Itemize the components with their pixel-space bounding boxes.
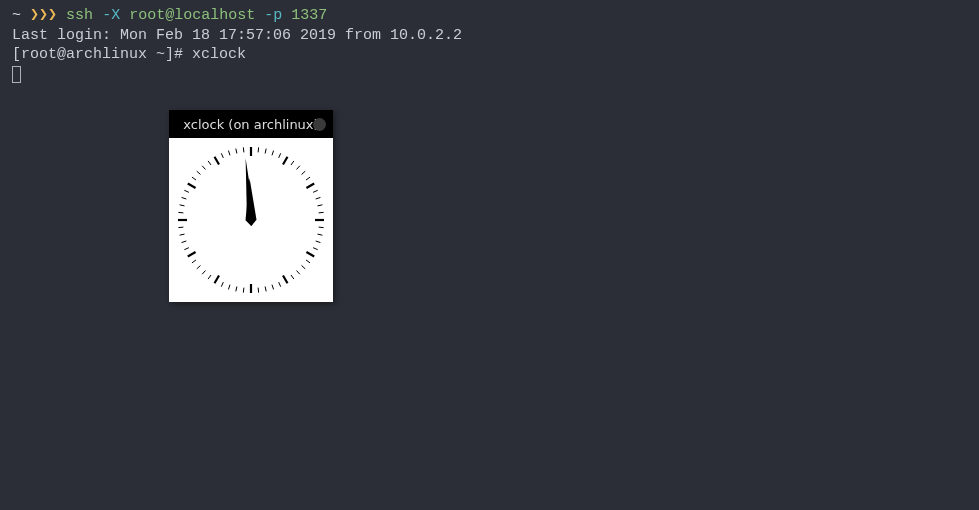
svg-line-4 (279, 153, 281, 158)
svg-line-20 (306, 252, 314, 257)
terminal-cursor-line (12, 65, 967, 85)
svg-line-39 (192, 260, 196, 263)
xclock-command: xclock (192, 46, 246, 63)
svg-line-57 (228, 151, 230, 156)
svg-line-5 (283, 157, 288, 165)
svg-line-23 (297, 271, 300, 275)
terminal-line-3: [root@archlinux ~]# xclock (12, 45, 967, 65)
svg-line-18 (316, 241, 321, 243)
svg-line-21 (306, 260, 310, 263)
svg-line-6 (291, 161, 294, 165)
svg-line-58 (236, 149, 237, 154)
svg-line-44 (178, 227, 183, 228)
ssh-flag-x: -X (102, 7, 120, 24)
clock-svg (169, 138, 333, 302)
svg-line-12 (316, 197, 321, 199)
svg-line-19 (313, 248, 318, 250)
svg-line-53 (202, 166, 205, 170)
svg-line-47 (180, 205, 185, 206)
svg-line-28 (265, 287, 266, 292)
svg-line-38 (197, 266, 201, 269)
svg-line-1 (258, 147, 259, 152)
svg-line-33 (228, 285, 230, 290)
svg-line-43 (180, 234, 185, 235)
svg-line-37 (202, 271, 205, 275)
svg-line-9 (306, 177, 310, 180)
svg-line-59 (243, 147, 244, 152)
svg-line-10 (306, 184, 314, 189)
terminal-output[interactable]: ~ ❯❯❯ ssh -X root@localhost -p 1337 Last… (0, 0, 979, 90)
ssh-command: ssh (66, 7, 102, 24)
svg-line-56 (221, 153, 223, 158)
terminal-line-2: Last login: Mon Feb 18 17:57:06 2019 fro… (12, 26, 967, 46)
svg-line-29 (258, 288, 259, 293)
terminal-cursor (12, 66, 21, 83)
svg-line-35 (215, 275, 220, 283)
svg-line-11 (313, 190, 318, 192)
svg-line-32 (236, 287, 237, 292)
prompt-arrows: ❯❯❯ (30, 7, 66, 24)
svg-line-40 (188, 252, 196, 257)
svg-line-16 (319, 227, 324, 228)
clock-hands (246, 158, 257, 226)
svg-line-48 (182, 197, 187, 199)
svg-line-8 (302, 171, 306, 174)
svg-marker-61 (246, 158, 255, 226)
svg-line-14 (319, 212, 324, 213)
svg-line-27 (272, 285, 274, 290)
svg-line-54 (208, 161, 211, 165)
svg-line-13 (318, 205, 323, 206)
svg-line-55 (215, 157, 220, 165)
svg-line-17 (318, 234, 323, 235)
svg-line-50 (188, 184, 196, 189)
window-control-icon[interactable] (313, 118, 326, 131)
svg-line-49 (184, 190, 189, 192)
svg-line-34 (221, 282, 223, 287)
xclock-window[interactable]: xclock (on archlinux) (169, 110, 333, 302)
xclock-clock-face (169, 138, 333, 302)
svg-line-25 (283, 275, 288, 283)
xclock-window-title: xclock (on archlinux) (175, 117, 327, 132)
svg-line-51 (192, 177, 196, 180)
svg-line-52 (197, 171, 201, 174)
svg-line-7 (297, 166, 300, 170)
svg-line-42 (182, 241, 187, 243)
prompt-tilde: ~ (12, 7, 30, 24)
terminal-line-1: ~ ❯❯❯ ssh -X root@localhost -p 1337 (12, 6, 967, 26)
svg-line-36 (208, 275, 211, 279)
ssh-flag-p: -p (264, 7, 282, 24)
svg-line-31 (243, 288, 244, 293)
svg-line-26 (279, 282, 281, 287)
ssh-target: root@localhost (120, 7, 264, 24)
svg-line-46 (178, 212, 183, 213)
svg-line-3 (272, 151, 274, 156)
root-prompt: [root@archlinux ~]# (12, 46, 192, 63)
ssh-port: 1337 (282, 7, 327, 24)
xclock-titlebar[interactable]: xclock (on archlinux) (169, 110, 333, 138)
svg-line-22 (302, 266, 306, 269)
svg-line-24 (291, 275, 294, 279)
svg-line-2 (265, 149, 266, 154)
svg-line-41 (184, 248, 189, 250)
